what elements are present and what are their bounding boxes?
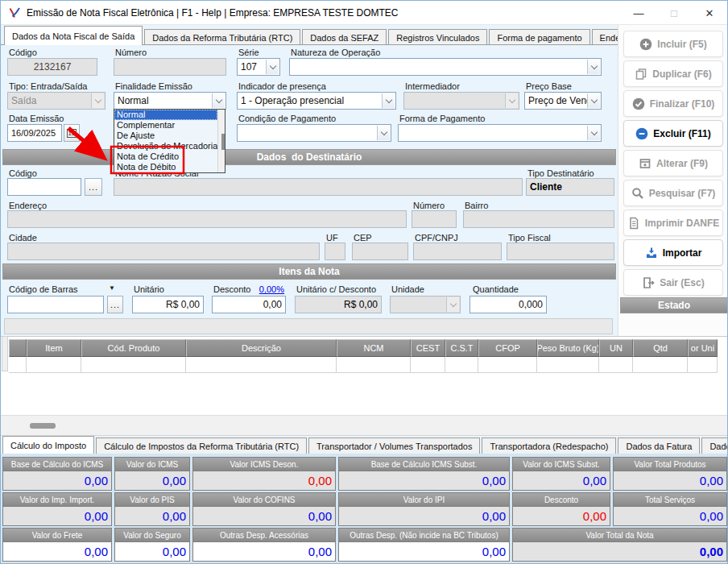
- calendar-icon[interactable]: 15: [64, 124, 80, 142]
- dropdown-option-de-ajuste[interactable]: De Ajuste: [114, 131, 217, 141]
- tab-calculo-impostos-rtc[interactable]: Cálculo de Impostos da Reforma Tributári…: [96, 438, 307, 454]
- duplicar-button[interactable]: Duplicar (F6): [623, 60, 723, 87]
- outras-desp-input[interactable]: 0,00: [193, 542, 335, 561]
- grid-col-cest[interactable]: CEST: [411, 339, 445, 357]
- desconto-percent-link[interactable]: 0,00%: [238, 284, 284, 294]
- scrollbar-thumb[interactable]: [221, 134, 225, 150]
- grid-left-gutter[interactable]: [2, 336, 8, 371]
- forma-pagamento-combo[interactable]: [398, 124, 602, 142]
- dropdown-option-devolucao[interactable]: Devolução de Mercadoria: [114, 141, 217, 151]
- grid-col-descricao[interactable]: Descrição: [186, 339, 337, 357]
- data-emissao-field[interactable]: 16/09/2025: [7, 124, 62, 142]
- total-value: 0,00: [339, 471, 509, 490]
- dropdown-scrollbar[interactable]: [217, 110, 225, 172]
- outras-desp-nao-bc-input[interactable]: 0,00: [339, 542, 509, 561]
- sair-button[interactable]: Sair (Esc): [623, 269, 723, 296]
- grid-col-qtd[interactable]: Qtd: [633, 339, 688, 357]
- total-value: 0,00: [614, 507, 726, 525]
- chevron-down-icon: [91, 93, 104, 108]
- tipo-entrada-saida-label: Tipo: Entrada/Saída: [9, 81, 87, 91]
- codigo-barras-browse-button[interactable]: ...: [107, 296, 123, 313]
- unitario-label: Unitário: [134, 284, 164, 294]
- total-value: 0,00: [193, 471, 335, 490]
- grid-col-peso-bruto[interactable]: Peso Bruto (Kg): [537, 339, 599, 357]
- tipo-fiscal-field: [507, 243, 614, 260]
- scrollbar-thumb[interactable]: [30, 423, 56, 429]
- tab-dados-fatura[interactable]: Dados da Fatura: [618, 438, 700, 454]
- chevron-down-icon[interactable]: [382, 93, 395, 108]
- minimize-button[interactable]: —: [621, 1, 656, 25]
- total-box-cofins: Valor do COFINS0,00: [192, 492, 336, 526]
- total-value: 0,00: [115, 471, 189, 490]
- preco-base-combo[interactable]: Preço de Venda: [524, 92, 602, 110]
- chevron-down-icon[interactable]: [212, 93, 225, 108]
- tab-dados-adicionais[interactable]: Dados Adi: [701, 438, 728, 454]
- app-logo-icon: [7, 6, 22, 20]
- total-value: 0,00: [513, 542, 726, 561]
- grid-col-item[interactable]: Item: [27, 339, 81, 357]
- pesquisar-button[interactable]: Pesquisar (F7): [623, 180, 723, 206]
- unitario-field[interactable]: R$ 0,00: [132, 296, 204, 313]
- codigo-barras-field[interactable]: [7, 296, 104, 313]
- itens-section-header: Itens da Nota: [2, 263, 616, 280]
- dropdown-option-nota-debito[interactable]: Nota de Débito: [114, 162, 217, 172]
- finalizar-button[interactable]: Finalizar (F10): [623, 90, 723, 117]
- maximize-button[interactable]: □: [656, 1, 692, 25]
- tab-dados-nota-fiscal-saida[interactable]: Dados da Nota Fiscal de Saída: [4, 26, 143, 45]
- tab-transportadora-redespacho[interactable]: Transportadora (Redespacho): [482, 438, 616, 454]
- incluir-button[interactable]: Incluir (F5): [623, 31, 723, 57]
- quantidade-field[interactable]: 0,000: [469, 296, 547, 313]
- destinatario-codigo-field[interactable]: [7, 178, 81, 196]
- chevron-down-icon[interactable]: [587, 60, 600, 74]
- condicao-pagamento-combo[interactable]: [237, 124, 391, 142]
- indicador-presenca-combo[interactable]: 1 - Operação presencial: [237, 92, 396, 110]
- alterar-button[interactable]: Alterar (F9): [623, 150, 723, 176]
- importar-button[interactable]: Importar: [623, 239, 723, 266]
- grid-col-cst[interactable]: C.S.T: [445, 339, 478, 357]
- chevron-down-icon[interactable]: [587, 126, 600, 140]
- grid-col-cfop[interactable]: CFOP: [478, 339, 537, 357]
- serie-combo[interactable]: 107: [237, 58, 280, 76]
- finalidade-dropdown-list: Normal Complementar De Ajuste Devolução …: [114, 109, 225, 173]
- cidade-field: [7, 243, 320, 260]
- grid-empty-row[interactable]: [9, 357, 718, 373]
- grid-col-valor-unit[interactable]: or Uni: [688, 339, 718, 357]
- dropdown-option-complementar[interactable]: Complementar: [114, 120, 217, 131]
- tab-registros-vinculados[interactable]: Registros Vinculados: [388, 29, 487, 45]
- tab-dados-sefaz[interactable]: Dados da SEFAZ: [302, 29, 387, 45]
- numero-field: [114, 58, 226, 76]
- grid-col-cod-produto[interactable]: Cód. Produto: [81, 339, 186, 357]
- tab-forma-pagamento[interactable]: Forma de pagamento: [489, 29, 589, 45]
- chevron-down-icon[interactable]: [377, 126, 390, 140]
- desconto-field[interactable]: 0,00: [212, 296, 286, 313]
- tipo-entrada-saida-combo: Saída: [7, 92, 105, 110]
- destinatario-codigo-label: Código: [9, 168, 37, 178]
- total-box-valor-total-nota: Valor Total da Nota0,00: [512, 528, 727, 562]
- frete-input[interactable]: 0,00: [3, 542, 111, 561]
- barcode-type-dropdown-icon[interactable]: ▼: [109, 284, 115, 292]
- condicao-pagamento-label: Condição de Pagamento: [238, 114, 336, 123]
- dropdown-option-nota-credito[interactable]: Nota de Crédito: [114, 151, 217, 162]
- cep-label: CEP: [354, 233, 372, 243]
- minus-circle-icon: [635, 127, 648, 140]
- tab-calculo-imposto[interactable]: Cálculo do Imposto: [2, 436, 94, 454]
- finalidade-emissao-combo[interactable]: Normal: [114, 92, 226, 110]
- imprimir-danfe-button[interactable]: Imprimir DANFE: [623, 209, 723, 236]
- chevron-down-icon[interactable]: [266, 60, 279, 74]
- destinatario-browse-button[interactable]: ...: [85, 178, 102, 196]
- tab-dados-reforma-tributaria[interactable]: Dados da Reforma Tributária (RTC): [144, 29, 300, 45]
- chevron-down-icon[interactable]: [587, 93, 600, 108]
- total-box-ipi: Valor do IPI0,00: [338, 492, 510, 526]
- seguro-input[interactable]: 0,00: [115, 542, 189, 561]
- natureza-operacao-combo[interactable]: [289, 58, 602, 76]
- total-box-valor-icms: Valor do ICMS0,00: [114, 457, 190, 491]
- grid-col-ncm[interactable]: NCM: [337, 339, 411, 357]
- quantidade-label: Quantidade: [473, 284, 519, 294]
- chevron-down-icon: [446, 297, 459, 312]
- dropdown-option-normal[interactable]: Normal: [114, 110, 217, 120]
- excluir-button[interactable]: Excluir (F11): [623, 120, 723, 147]
- grid-col-un[interactable]: UN: [599, 339, 633, 357]
- grid-horizontal-scrollbar[interactable]: [1, 415, 728, 436]
- tab-transportador-volumes[interactable]: Transportador / Volumes Transportados: [308, 438, 480, 454]
- close-button[interactable]: ✕: [692, 1, 727, 25]
